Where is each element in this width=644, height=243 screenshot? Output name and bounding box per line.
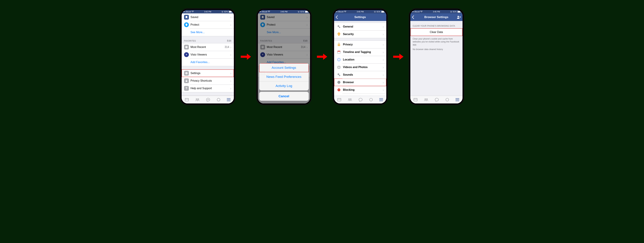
svg-rect-30 — [338, 51, 340, 52]
carrier-label: lifecell — [338, 11, 344, 13]
status-bar: ••••• lifecell 3:45 PM 81% — [258, 10, 310, 14]
clear-data-status: No browser data cleared history — [410, 48, 462, 52]
tab-notifications[interactable] — [369, 98, 373, 102]
svg-point-45 — [339, 75, 340, 76]
padlock-icon — [336, 42, 341, 47]
row-privacy-shortcuts[interactable]: Privacy Shortcuts › — [182, 77, 234, 85]
svg-rect-33 — [338, 67, 340, 68]
sheet-account-settings[interactable]: Account Settings — [259, 63, 309, 72]
chevron-right-icon: › — [230, 16, 232, 19]
flow-arrow-icon — [393, 53, 404, 61]
battery-pct: 81% — [376, 11, 380, 13]
chevron-right-icon: › — [383, 33, 384, 36]
status-time: 3:45 PM — [356, 11, 364, 13]
chevron-right-icon: › — [230, 53, 232, 56]
phone-3: ••••• lifecell 3:45 PM 81% Settings — [333, 9, 388, 105]
svg-rect-62 — [461, 11, 461, 12]
svg-point-57 — [350, 99, 351, 100]
status-time: 3:42 PM — [204, 11, 211, 13]
battery-icon — [229, 11, 233, 13]
signal-dots-icon: ••••• — [335, 11, 338, 13]
row-videos[interactable]: Videos and Photos › — [334, 63, 386, 71]
add-friend-button[interactable] — [457, 14, 461, 21]
row-general[interactable]: General › — [334, 23, 386, 31]
svg-point-9 — [196, 99, 197, 100]
row-language[interactable]: Language › — [334, 94, 386, 96]
row-security[interactable]: Security › — [334, 31, 386, 38]
row-saved[interactable]: Saved › — [182, 14, 234, 21]
svg-rect-7 — [186, 81, 187, 82]
tab-messenger[interactable] — [206, 98, 210, 102]
row-settings[interactable]: Settings › — [182, 69, 234, 77]
row-location[interactable]: Location › — [334, 56, 386, 63]
tab-menu[interactable] — [379, 98, 383, 101]
sheet-cancel[interactable]: Cancel — [259, 92, 309, 101]
battery-pct: 81% — [300, 11, 304, 13]
svg-rect-14 — [305, 11, 308, 12]
row-add-favorites[interactable]: Add Favorites... — [182, 58, 234, 66]
row-label: Blocking — [343, 88, 383, 91]
tab-messenger[interactable] — [435, 98, 439, 102]
tab-friends[interactable] — [348, 98, 352, 102]
tab-friends[interactable] — [195, 98, 200, 102]
wifi-icon — [344, 11, 346, 13]
section-title: CLEAR YOUR PHONE'S BROWSING DATA — [413, 25, 455, 27]
carrier-label: lifecell — [414, 11, 420, 13]
svg-point-65 — [425, 99, 426, 100]
question-icon: ? — [184, 86, 189, 91]
lock-icon — [184, 78, 189, 83]
phone-2: ••••• lifecell 3:45 PM 81% Saved — [256, 9, 312, 105]
chevron-right-icon: › — [383, 25, 384, 28]
svg-point-56 — [348, 99, 350, 100]
row-label: Clear Data — [430, 31, 443, 34]
tab-feed[interactable] — [337, 98, 341, 102]
row-label: Saved — [190, 16, 230, 19]
tab-notifications[interactable] — [445, 98, 449, 102]
row-see-more[interactable]: See More... — [182, 29, 234, 36]
sheet-news-feed[interactable]: News Feed Preferences — [259, 72, 309, 81]
carrier-label: lifecell — [262, 11, 267, 13]
row-clear-data[interactable]: Clear Data — [410, 28, 462, 36]
nav-header: Settings — [334, 14, 386, 21]
row-visio[interactable]: Visio Viewers › — [182, 51, 234, 58]
battery-pct: 82% — [224, 11, 228, 13]
badge-icon — [336, 32, 341, 37]
tab-messenger[interactable] — [358, 98, 362, 102]
tab-menu[interactable] — [456, 98, 459, 101]
flow-arrow-icon — [316, 53, 328, 61]
tab-feed[interactable] — [414, 98, 418, 102]
svg-rect-3 — [232, 11, 233, 12]
row-protect[interactable]: Protect › — [182, 21, 234, 29]
row-blocking[interactable]: Blocking › — [334, 86, 386, 94]
row-browser[interactable]: Browser › — [334, 79, 386, 86]
back-button[interactable] — [412, 14, 414, 21]
tab-feed[interactable] — [185, 98, 189, 102]
tab-menu[interactable] — [227, 98, 230, 101]
chevron-right-icon: › — [383, 73, 384, 77]
status-time: 3:45 PM — [433, 11, 440, 13]
row-sounds[interactable]: Sounds › — [334, 71, 386, 79]
svg-rect-35 — [338, 67, 338, 67]
chevron-right-icon: › — [383, 88, 384, 92]
row-timeline[interactable]: Timeline and Tagging › — [334, 48, 386, 56]
chevron-right-icon: › — [230, 87, 232, 90]
row-privacy[interactable]: Privacy › — [334, 41, 386, 48]
tab-friends[interactable] — [424, 98, 428, 102]
row-most-recent[interactable]: Most Recent 314 › — [182, 43, 234, 51]
bookmark-icon — [184, 15, 189, 20]
svg-point-11 — [217, 98, 220, 101]
visio-icon — [184, 52, 189, 57]
tab-notifications[interactable] — [216, 98, 220, 102]
row-label: Privacy — [343, 43, 383, 46]
minus-circle-icon — [336, 88, 341, 92]
row-help[interactable]: ? Help and Support › — [182, 85, 234, 92]
sheet-activity-log[interactable]: Activity Log — [259, 81, 309, 90]
row-label: Sounds — [343, 73, 383, 76]
favorites-edit[interactable]: Edit — [227, 39, 231, 42]
calendar-icon — [336, 50, 341, 55]
svg-point-43 — [338, 74, 338, 74]
row-label: Privacy Shortcuts — [190, 79, 230, 82]
battery-icon — [305, 11, 309, 13]
clear-data-desc: Clear your phone's cookie and cache from… — [410, 36, 462, 48]
back-button[interactable] — [336, 14, 338, 21]
